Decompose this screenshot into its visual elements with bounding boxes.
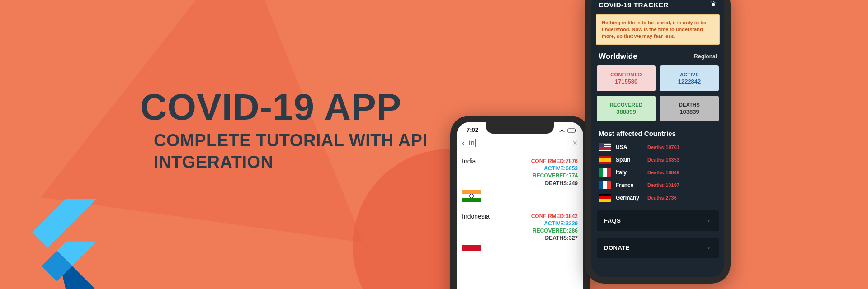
- stat-card-confirmed: CONFIRMED 1715580: [597, 65, 656, 91]
- clear-icon[interactable]: ✕: [572, 139, 578, 147]
- status-icons: [559, 126, 577, 133]
- app-header: COVID-19 TRACKER: [591, 0, 724, 14]
- country-name: Indonesia: [462, 213, 490, 220]
- list-item[interactable]: Indonesia CONFIRMED:3842 ACTIVE:3229 REC…: [457, 208, 583, 263]
- quote-banner: Nothing in life is to be feared, it is o…: [596, 14, 720, 45]
- svg-rect-8: [711, 1, 712, 3]
- banner-canvas: COVID-19 APP COMPLETE TUTORIAL WITH API …: [0, 0, 868, 289]
- flag-indonesia-icon: [462, 245, 481, 257]
- search-input[interactable]: in: [469, 139, 568, 148]
- list-item[interactable]: Spain Deaths:16353: [599, 154, 717, 166]
- svg-rect-9: [714, 2, 716, 3]
- tab-regional[interactable]: Regional: [694, 53, 717, 60]
- phone-tracker-mock: COVID-19 TRACKER Nothing in life is to b…: [585, 0, 731, 284]
- faqs-button[interactable]: FAQS →: [597, 210, 719, 231]
- svg-marker-0: [32, 199, 96, 247]
- flag-usa-icon: [599, 143, 611, 151]
- svg-rect-4: [568, 129, 575, 132]
- country-list: USA Deaths:18761 Spain Deaths:16353 Ital…: [591, 141, 724, 204]
- stat-card-deaths: DEATHS 103839: [660, 96, 719, 121]
- heading-block: COVID-19 APP COMPLETE TUTORIAL WITH API …: [140, 89, 428, 173]
- stat-card-active: ACTIVE 1222842: [660, 65, 719, 91]
- country-stats: CONFIRMED:7876 ACTIVE:6853 RECOVERED:774…: [531, 158, 578, 187]
- flag-germany-icon: [599, 194, 611, 202]
- app-title: COVID-19 TRACKER: [599, 1, 669, 9]
- svg-rect-5: [575, 130, 576, 131]
- theme-toggle-icon[interactable]: [710, 0, 717, 9]
- flag-spain-icon: [599, 156, 611, 164]
- phone-notch: [486, 122, 554, 134]
- arrow-right-icon: →: [704, 244, 712, 252]
- flag-france-icon: [599, 181, 611, 189]
- flag-italy-icon: [599, 168, 611, 177]
- scope-tabs: Worldwide Regional: [591, 50, 724, 65]
- country-stats: CONFIRMED:3842 ACTIVE:3229 RECOVERED:286…: [531, 213, 578, 242]
- back-icon[interactable]: ‹: [462, 138, 465, 148]
- donate-button[interactable]: DONATE →: [597, 238, 719, 258]
- svg-point-6: [712, 3, 715, 6]
- subheading-most-affected: Most affected Countries: [591, 121, 724, 141]
- page-title: COVID-19 APP: [140, 89, 428, 126]
- tab-worldwide[interactable]: Worldwide: [599, 52, 637, 61]
- flutter-logo-icon: [20, 199, 97, 289]
- svg-rect-7: [713, 1, 713, 2]
- list-item[interactable]: India CONFIRMED:7876 ACTIVE:6853 RECOVER…: [457, 153, 583, 208]
- stat-card-recovered: RECOVERED 388899: [597, 96, 656, 121]
- search-bar: ‹ in ✕: [457, 135, 583, 153]
- flag-india-icon: [462, 190, 481, 202]
- arrow-right-icon: →: [704, 217, 712, 225]
- list-item[interactable]: France Deaths:13197: [599, 179, 717, 191]
- stats-grid: CONFIRMED 1715580 ACTIVE 1222842 RECOVER…: [591, 65, 724, 121]
- phone-search-mock: 7:02 ‹ in ✕ India CONFIRME: [450, 116, 590, 289]
- list-item[interactable]: USA Deaths:18761: [599, 141, 717, 154]
- page-subtitle: COMPLETE TUTORIAL WITH API INTGERATION: [154, 130, 428, 173]
- status-time: 7:02: [467, 126, 478, 133]
- list-item[interactable]: Germany Deaths:2736: [599, 191, 717, 204]
- list-item[interactable]: Italy Deaths:18849: [599, 166, 717, 179]
- country-name: India: [462, 158, 476, 165]
